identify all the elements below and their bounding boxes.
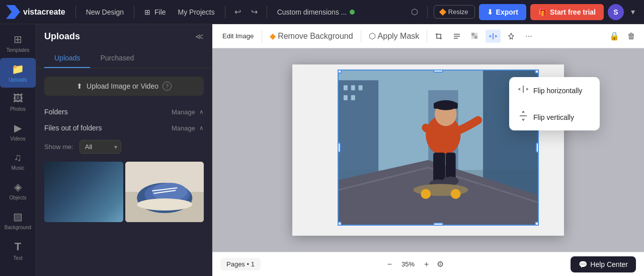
export-button[interactable]: ⬇ Export bbox=[479, 4, 526, 20]
svg-point-14 bbox=[137, 198, 192, 211]
zoom-out-button[interactable]: − bbox=[385, 258, 394, 271]
my-projects-button[interactable]: My Projects bbox=[174, 6, 219, 18]
preview-button[interactable]: ⬡ bbox=[408, 4, 421, 20]
handle-top-right[interactable] bbox=[535, 70, 539, 74]
svg-rect-1 bbox=[44, 177, 123, 207]
more-button[interactable]: ··· bbox=[522, 29, 535, 43]
redo-button[interactable]: ↪ bbox=[248, 5, 261, 19]
flip-h-label: Flip horizontally bbox=[533, 87, 582, 95]
flip-horizontally-item[interactable]: Flip horizontally bbox=[509, 77, 600, 104]
handle-mid-top[interactable] bbox=[433, 70, 443, 73]
panel-header: Uploads ≪ bbox=[36, 24, 212, 49]
files-manage-link[interactable]: Manage bbox=[172, 124, 195, 132]
handle-bottom-left[interactable] bbox=[338, 222, 342, 226]
status-bar: Pages • 1 − 35% + ⚙ 💬 Help Center bbox=[212, 252, 644, 276]
files-label: Files out of folders bbox=[44, 124, 102, 132]
avatar[interactable]: S bbox=[608, 4, 624, 20]
sidebar-item-templates[interactable]: ⊞ Templates bbox=[0, 28, 36, 58]
toolbar-separator-1 bbox=[262, 30, 262, 42]
sidebar-label-uploads: Uploads bbox=[9, 77, 27, 83]
crop-button[interactable] bbox=[431, 30, 446, 43]
folders-label: Folders bbox=[44, 108, 68, 116]
sidebar-label-photos: Photos bbox=[10, 106, 26, 112]
topbar-separator-5 bbox=[427, 6, 428, 18]
topbar-separator-4 bbox=[267, 6, 267, 18]
avatar-chevron[interactable]: ▾ bbox=[628, 5, 638, 19]
tab-purchased[interactable]: Purchased bbox=[90, 49, 144, 68]
files-chevron-icon: ∧ bbox=[199, 124, 204, 131]
sidebar-item-objects[interactable]: ◈ Objects bbox=[0, 176, 36, 205]
tab-bar: Uploads Purchased bbox=[36, 49, 212, 68]
logo-icon bbox=[6, 5, 20, 19]
collapse-panel-button[interactable]: ≪ bbox=[195, 32, 204, 41]
align-button[interactable] bbox=[449, 30, 464, 43]
svg-rect-28 bbox=[359, 85, 363, 90]
folders-section: Folders Manage ∧ bbox=[36, 104, 212, 120]
upload-button[interactable]: ⬆ Upload Image or Video ? bbox=[44, 77, 204, 96]
flip-vertically-item[interactable]: Flip vertically bbox=[509, 104, 600, 130]
pages-info[interactable]: Pages • 1 bbox=[220, 258, 261, 270]
handle-mid-left[interactable] bbox=[338, 143, 341, 153]
thumbnail-skater[interactable] bbox=[44, 162, 123, 222]
sidebar-item-music[interactable]: ♫ Music bbox=[0, 147, 36, 176]
handle-mid-right[interactable] bbox=[536, 143, 539, 153]
resize-diamond-icon bbox=[439, 8, 446, 15]
upload-help-icon[interactable]: ? bbox=[163, 82, 172, 91]
zoom-in-button[interactable]: + bbox=[422, 258, 431, 271]
grid-icon: ⊞ bbox=[144, 8, 150, 16]
photos-icon: 🖼 bbox=[13, 93, 23, 104]
transparency-button[interactable] bbox=[467, 30, 482, 43]
background-icon: ▨ bbox=[13, 211, 23, 223]
pages-text: Pages • 1 bbox=[226, 260, 255, 268]
sidebar-item-uploads[interactable]: 📁 Uploads bbox=[0, 58, 36, 88]
handle-mid-bottom[interactable] bbox=[433, 223, 443, 226]
show-me-row: Show me: All Images Videos ▾ bbox=[36, 136, 212, 158]
delete-button[interactable]: 🗑 bbox=[625, 29, 638, 43]
help-center-button[interactable]: 💬 Help Center bbox=[571, 256, 636, 272]
show-me-select-wrapper: All Images Videos ▾ bbox=[79, 140, 121, 154]
edit-image-button[interactable]: Edit Image bbox=[218, 30, 258, 42]
brand-name: vistacreate bbox=[23, 8, 65, 17]
sidebar-item-videos[interactable]: ▶ Videos bbox=[0, 117, 36, 147]
flip-button[interactable] bbox=[486, 30, 501, 43]
effects-button[interactable] bbox=[504, 30, 519, 43]
svg-rect-0 bbox=[44, 162, 123, 222]
sidebar-label-objects: Objects bbox=[10, 195, 27, 200]
effects-icon bbox=[507, 32, 515, 40]
tab-uploads[interactable]: Uploads bbox=[44, 49, 90, 68]
diamond-icon: ◆ bbox=[270, 31, 276, 41]
thumbnail-shoe[interactable] bbox=[125, 162, 204, 222]
upload-label: Upload Image or Video bbox=[87, 82, 158, 90]
remove-background-button[interactable]: ◆ Remove Background bbox=[266, 29, 356, 43]
lock-button[interactable]: 🔒 bbox=[607, 29, 622, 43]
sidebar-item-text[interactable]: T Text bbox=[0, 235, 36, 266]
show-me-select[interactable]: All Images Videos bbox=[79, 140, 121, 154]
handle-top-left[interactable] bbox=[338, 70, 342, 74]
apply-mask-button[interactable]: ⬡ Apply Mask bbox=[365, 29, 423, 43]
sync-indicator bbox=[350, 10, 355, 15]
panel-title: Uploads bbox=[44, 31, 80, 42]
flip-h-icon bbox=[518, 84, 528, 97]
icon-sidebar: ⊞ Templates 📁 Uploads 🖼 Photos ▶ Videos … bbox=[0, 24, 36, 276]
text-icon: T bbox=[15, 240, 21, 253]
resize-button[interactable]: Resize bbox=[434, 5, 475, 19]
svg-point-41 bbox=[451, 189, 461, 199]
canvas-settings-button[interactable]: ⚙ bbox=[435, 257, 446, 271]
toolbar: Edit Image ◆ Remove Background ⬡ Apply M… bbox=[212, 24, 644, 48]
export-icon: ⬇ bbox=[487, 8, 493, 16]
svg-rect-19 bbox=[471, 36, 474, 39]
undo-button[interactable]: ↩ bbox=[231, 5, 244, 19]
sidebar-label-templates: Templates bbox=[7, 47, 30, 53]
start-trial-button[interactable]: 🎁 Start free trial bbox=[530, 4, 604, 20]
topbar-separator bbox=[75, 6, 76, 18]
sidebar-item-background[interactable]: ▨ Background bbox=[0, 205, 36, 235]
handle-bottom-right[interactable] bbox=[535, 222, 539, 226]
sidebar-item-photos[interactable]: 🖼 Photos bbox=[0, 88, 36, 117]
file-menu-button[interactable]: ⊞ File bbox=[140, 6, 170, 18]
design-name-button[interactable]: Custom dimensions ... bbox=[273, 6, 359, 18]
chat-icon: 💬 bbox=[579, 260, 587, 268]
selected-image[interactable] bbox=[338, 70, 539, 226]
folders-manage-link[interactable]: Manage bbox=[172, 108, 195, 116]
main-layout: ⊞ Templates 📁 Uploads 🖼 Photos ▶ Videos … bbox=[0, 24, 644, 276]
new-design-button[interactable]: New Design bbox=[82, 6, 128, 18]
